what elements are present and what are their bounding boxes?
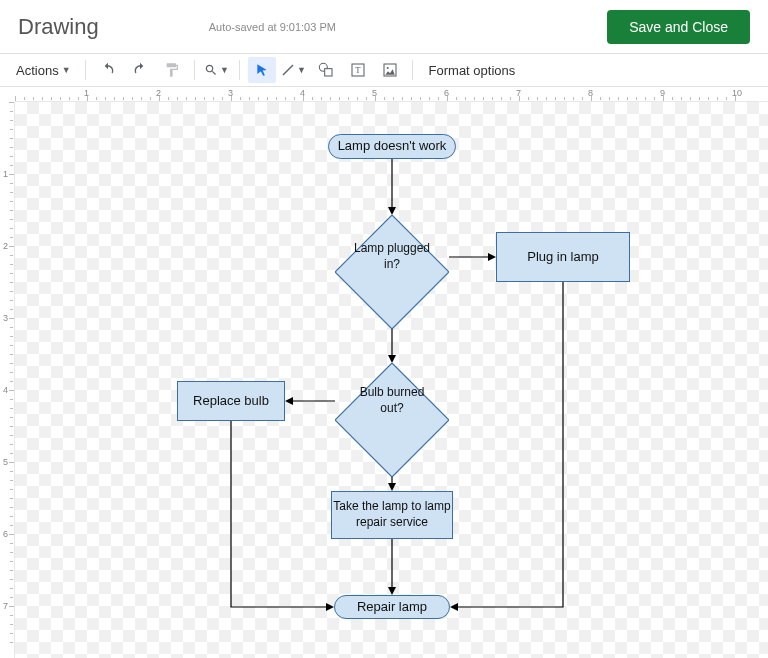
separator xyxy=(194,60,195,80)
svg-marker-8 xyxy=(388,207,396,215)
svg-text:T: T xyxy=(355,65,361,75)
select-tool[interactable] xyxy=(248,57,276,83)
autosave-status: Auto-saved at 9:01:03 PM xyxy=(209,21,336,33)
svg-marker-18 xyxy=(388,587,396,595)
node-replace[interactable]: Replace bulb xyxy=(177,381,285,421)
node-label: Plug in lamp xyxy=(527,249,599,266)
actions-menu[interactable]: Actions ▼ xyxy=(14,63,77,78)
svg-marker-20 xyxy=(326,603,334,611)
chevron-down-icon: ▼ xyxy=(62,65,71,75)
drawing-canvas[interactable]: Lamp doesn't work Lamp plugged in? Plug … xyxy=(15,102,768,658)
svg-point-6 xyxy=(386,67,388,69)
node-label: Take the lamp to lamp repair service xyxy=(332,499,452,530)
node-start[interactable]: Lamp doesn't work xyxy=(328,134,456,159)
separator xyxy=(239,60,240,80)
line-tool[interactable]: ▼ xyxy=(280,57,308,83)
horizontal-ruler: 12345678910 xyxy=(15,87,768,102)
redo-button[interactable] xyxy=(126,57,154,83)
shape-tool[interactable] xyxy=(312,57,340,83)
node-label: Lamp doesn't work xyxy=(338,138,447,155)
actions-label: Actions xyxy=(16,63,59,78)
svg-marker-22 xyxy=(335,363,449,477)
textbox-tool[interactable]: T xyxy=(344,57,372,83)
svg-marker-16 xyxy=(388,483,396,491)
svg-marker-14 xyxy=(285,397,293,405)
node-label: Replace bulb xyxy=(193,393,269,410)
separator xyxy=(412,60,413,80)
node-repair-service[interactable]: Take the lamp to lamp repair service xyxy=(331,491,453,539)
modal-title: Drawing xyxy=(18,14,99,40)
node-plugin[interactable]: Plug in lamp xyxy=(496,232,630,282)
node-label: Lamp plugged in? xyxy=(352,241,432,272)
svg-marker-19 xyxy=(450,603,458,611)
save-close-button[interactable]: Save and Close xyxy=(607,10,750,44)
svg-marker-10 xyxy=(488,253,496,261)
node-end[interactable]: Repair lamp xyxy=(334,595,450,619)
svg-line-0 xyxy=(283,65,293,75)
node-burned-decision[interactable]: Bulb burned out? xyxy=(335,363,449,439)
node-label: Bulb burned out? xyxy=(352,385,432,416)
svg-rect-2 xyxy=(324,69,331,76)
zoom-menu[interactable]: ▼ xyxy=(203,57,231,83)
vertical-ruler: 1234567 xyxy=(0,102,15,658)
undo-button[interactable] xyxy=(94,57,122,83)
paint-format-button[interactable] xyxy=(158,57,186,83)
node-label: Repair lamp xyxy=(357,599,427,616)
separator xyxy=(85,60,86,80)
image-tool[interactable] xyxy=(376,57,404,83)
svg-marker-12 xyxy=(388,355,396,363)
node-plugged-decision[interactable]: Lamp plugged in? xyxy=(335,215,449,299)
toolbar: Actions ▼ ▼ ▼ T Format options xyxy=(0,53,768,87)
modal-header: Drawing Auto-saved at 9:01:03 PM Save an… xyxy=(0,0,768,53)
format-options-button[interactable]: Format options xyxy=(421,63,524,78)
